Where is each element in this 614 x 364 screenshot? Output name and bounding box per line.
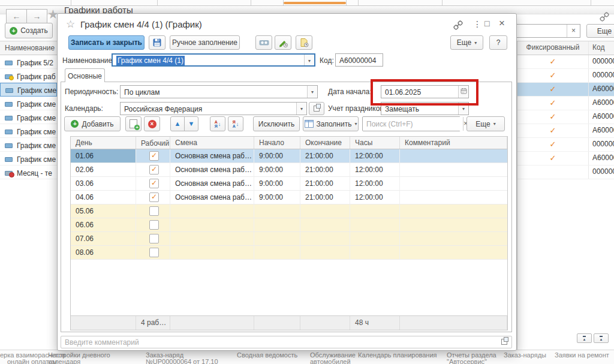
table-row[interactable]: ✓A60000 [517,124,614,138]
sort-asc-button[interactable]: АЯ↓ [210,116,225,131]
link-icon[interactable] [600,12,609,22]
working-checkbox[interactable] [149,220,159,230]
copy-row-button[interactable]: + [125,116,142,131]
working-checkbox[interactable]: ✓ [149,151,159,161]
taskbar-item[interactable]: Обслуживаниеавтомобилей [310,352,356,364]
help-button[interactable]: ? [489,35,507,50]
col-working[interactable]: Рабочий [136,137,170,149]
table-row[interactable]: 000000 [517,166,614,179]
working-checkbox[interactable] [149,206,159,216]
taskbar-item[interactable]: Сводная ведомость [237,352,297,359]
working-cell[interactable]: ✓ [136,177,170,190]
chevron-down-icon[interactable]: ▾ [307,86,317,98]
taskbar-item[interactable]: Отчеты раздела"Автосервис" [447,352,496,364]
taskbar-item[interactable]: Заявки на ремонт [555,352,609,359]
open-calendar-button[interactable] [309,102,324,115]
save-and-close-button[interactable]: Записать и закрыть [68,35,145,50]
move-down-button[interactable]: ▼ [184,116,198,131]
background-table-header[interactable]: Фиксированный Код [517,41,614,55]
shift-row-dayoff[interactable]: 06.06 [71,218,507,232]
sort-desc-button[interactable]: ЯА↓ [228,116,243,131]
create-button[interactable]: + Создать [5,23,53,38]
col-day[interactable]: День [71,137,136,149]
shift-row-dayoff[interactable]: 05.06 [71,204,507,218]
holidays-combo[interactable]: Замещать ▾ [381,102,469,115]
expand-comment-icon[interactable] [501,338,507,347]
fill-button[interactable]: Заполнить ▾ [303,116,359,131]
shift-row-dayoff[interactable]: 07.06 [71,232,507,246]
comment-input[interactable] [61,336,512,348]
background-more-button[interactable]: Еще [586,24,614,38]
name-input[interactable]: График смен 4/4 (1) ▾ [112,53,315,67]
save-button[interactable] [149,35,165,50]
list-item[interactable]: График сме [0,152,57,166]
taskbar-item[interactable]: Календарь планирования [358,352,437,359]
list-item[interactable]: Месяц - те [0,166,57,179]
col-end[interactable]: Окончание [300,137,350,149]
list-item[interactable]: График раб [0,69,57,83]
table-more-button[interactable]: Еще ▾ [466,116,505,131]
reading-view-button[interactable] [255,35,272,50]
shift-row[interactable]: 04.06 ✓ Основная смена раб… 9:00:00 21:0… [71,191,507,204]
move-up-button[interactable]: ▲ [170,116,185,131]
shift-row[interactable]: 02.06 ✓ Основная смена раб… 9:00:00 21:0… [71,163,507,177]
working-checkbox[interactable]: ✓ [149,192,159,202]
working-checkbox[interactable]: ✓ [149,165,159,175]
working-checkbox[interactable]: ✓ [149,179,159,188]
col-hours[interactable]: Часы [350,137,400,149]
shift-row-dayoff[interactable]: 08.06 [71,246,507,260]
list-item-selected[interactable]: График сме [0,83,57,97]
chevron-down-icon[interactable]: ▾ [458,103,468,115]
chevron-down-icon[interactable]: ▾ [296,103,306,115]
taskbar-item[interactable]: Настройки дневногокалендаря [48,352,110,364]
favorite-outline-star-icon[interactable]: ☆ [66,18,75,31]
col-comment[interactable]: Комментарий [400,137,507,149]
collapse-taskbar-button[interactable]: ▲ [577,333,592,343]
chevron-down-icon[interactable]: ▾ [304,55,314,65]
kebab-menu-icon[interactable]: ⋮ [473,19,481,29]
tab-main[interactable]: Основные [65,68,105,82]
table-row[interactable]: ✓A60000 [517,152,614,166]
working-cell[interactable]: ✓ [136,191,170,204]
table-row[interactable]: ✓A60000 [517,97,614,110]
table-row[interactable]: ✓A60000 [517,110,614,124]
collapse-all-button[interactable]: ▲ [594,333,609,343]
list-header[interactable]: Наименование [0,41,57,55]
add-row-button[interactable]: + Добавить [64,116,121,131]
background-search-clear-button[interactable]: × [567,25,580,37]
table-row-selected[interactable]: ✓A60000 [517,83,614,97]
calendar-combo[interactable]: Российская Федерация ▾ [120,102,307,115]
shift-row-selected[interactable]: 01.06 ✓ Основная смена раб… 9:00:00 21:0… [71,149,507,163]
table-row[interactable]: ✓000000 [517,138,614,152]
list-item[interactable]: График 5/2 [0,55,57,69]
document-history-button[interactable] [296,35,312,50]
taskbar-item[interactable]: Заказ-наряд№UP00000064 от 17.10 [146,352,218,364]
table-search-input[interactable] [363,117,463,131]
column-fixed[interactable]: Фиксированный [517,41,588,55]
list-item[interactable]: График сме [0,97,57,110]
list-item[interactable]: График сме [0,110,57,124]
col-shift[interactable]: Смена [170,137,254,149]
column-code[interactable]: Код [588,41,614,55]
working-cell[interactable] [136,246,170,259]
working-cell[interactable] [136,204,170,218]
list-item[interactable]: График сме [0,138,57,152]
manual-fill-button[interactable]: Ручное заполнение [170,35,240,50]
col-start[interactable]: Начало [254,137,300,149]
taskbar-item[interactable]: Заказ-наряды [504,352,546,359]
code-input[interactable]: A60000004 [335,53,383,67]
shift-table-header[interactable]: День Рабочий Смена Начало Окончание Часы… [71,137,507,149]
start-date-input[interactable]: 01.06.2025 [381,85,469,98]
maximize-icon[interactable]: □ [484,19,489,28]
period-combo[interactable]: По циклам ▾ [120,85,318,98]
shift-row[interactable]: 03.06 ✓ Основная смена раб… 9:00:00 21:0… [71,177,507,191]
exclude-button[interactable]: Исключить [253,116,300,131]
calendar-icon[interactable] [458,86,468,98]
working-cell[interactable]: ✓ [136,163,170,176]
nav-forward-button[interactable]: → [26,9,47,24]
working-cell[interactable] [136,232,170,245]
working-cell[interactable]: ✓ [136,149,170,163]
nav-back-button[interactable]: ← [6,9,27,24]
close-icon[interactable]: × [499,17,505,29]
working-cell[interactable] [136,218,170,231]
